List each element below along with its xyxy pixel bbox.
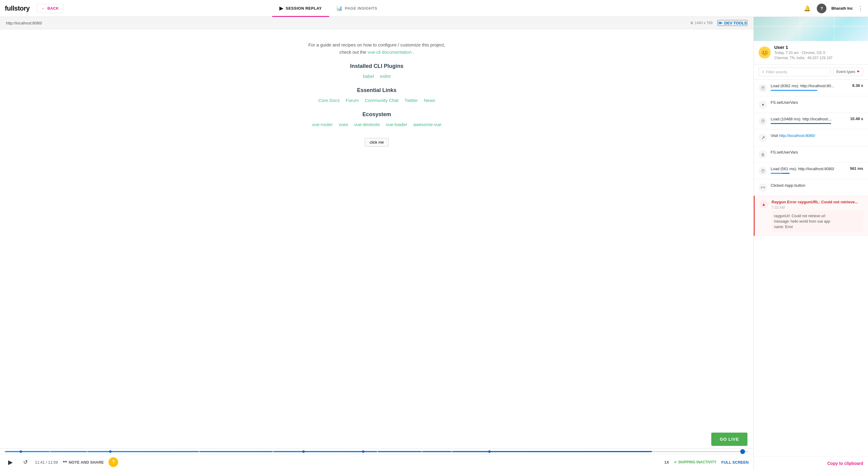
- core-docs-link[interactable]: Core Docs: [318, 98, 340, 103]
- url-text: http://localhost:8080/: [6, 21, 42, 25]
- url-bar: http://localhost:8080/ 🖥 1440 x 789 ≫ DE…: [0, 17, 753, 29]
- nav-right: 🔔 ? Bharath Inc ⋮: [802, 4, 863, 13]
- event-item-error[interactable]: ▲ Raygun Error raygunURL: Could not retr…: [754, 196, 868, 236]
- speed-badge[interactable]: 1X: [664, 460, 669, 465]
- event-item-setuservars2[interactable]: {} FS.setUserVars: [754, 146, 868, 163]
- skip-inactivity-badge: ✔ SKIPPING INACTIVITY: [674, 460, 716, 464]
- intro-text2: check out the: [339, 50, 366, 55]
- right-panel: 😊 User 1 Today, 7:20 am · Chrome, OS X ·…: [753, 17, 868, 470]
- nav-tabs: ▶ SESSION REPLAY 📊 PAGE INSIGHTS: [272, 0, 384, 17]
- section-essential-links-title: Essential Links: [357, 87, 396, 93]
- filter-bar: ≡ Filter events Event types ⚑: [754, 64, 868, 80]
- vue-devtools-link[interactable]: vue-devtools: [354, 122, 380, 127]
- url-bar-right: 🖥 1440 x 789 ≫ DEV TOOLS: [690, 20, 747, 26]
- event-item-click[interactable]: ✕✕ Clicked #app button: [754, 179, 868, 196]
- tab-page-insights[interactable]: 📊 PAGE INSIGHTS: [329, 0, 384, 17]
- map-background: [754, 17, 868, 41]
- tab-page-insights-label: PAGE INSIGHTS: [345, 6, 377, 10]
- timeline-controls: ▶ ↺ 11:41 / 11:59 ❝❝ NOTE AND SHARE ? 1X…: [0, 454, 753, 470]
- event-content-setuservars2: FS.setUserVars: [771, 150, 863, 155]
- event-item-load1[interactable]: ⏱ Load (8362 ms): http://localhost:80...…: [754, 80, 868, 96]
- tab-session-replay[interactable]: ▶ SESSION REPLAY: [272, 0, 329, 17]
- dev-tools-button[interactable]: ≫ DEV TOOLS: [717, 20, 747, 26]
- vue-cli-doc-link[interactable]: vue-cli documentation: [368, 50, 412, 55]
- timeline-progress: [5, 451, 652, 452]
- time-display: 11:41 / 11:59: [35, 460, 58, 465]
- replay-panel: http://localhost:8080/ 🖥 1440 x 789 ≫ DE…: [0, 17, 753, 470]
- dev-tools-icon: ≫: [718, 21, 722, 25]
- events-list: ⏱ Load (8362 ms): http://localhost:80...…: [754, 80, 868, 457]
- event-error-body: raygunUrl: Could not retrieve url messag…: [772, 211, 863, 232]
- help-button[interactable]: ?: [817, 4, 827, 13]
- section-cli-plugins-title: Installed CLI Plugins: [350, 63, 403, 69]
- forum-link[interactable]: Forum: [346, 98, 359, 103]
- awesome-vue-link[interactable]: awesome-vue: [413, 122, 441, 127]
- event-types-label: Event types: [836, 70, 855, 74]
- news-link[interactable]: News: [424, 98, 435, 103]
- event-title-load2: Load (10488 ms): http://localhost:...: [771, 116, 846, 122]
- error-body2: message: hello world from vue app: [774, 219, 830, 224]
- visit-url[interactable]: http://localhost:8080/: [779, 133, 815, 138]
- vue-router-link[interactable]: vue-router: [312, 122, 333, 127]
- go-live-button[interactable]: GO LIVE: [711, 433, 747, 446]
- eslint-link[interactable]: eslint: [380, 74, 391, 79]
- user-meta: Today, 7:20 am · Chrome, OS X · Chennai,…: [774, 50, 832, 61]
- event-content-setuservars1: FS.setUserVars: [771, 100, 863, 105]
- event-title-setuservars2: FS.setUserVars: [771, 150, 863, 155]
- play-button[interactable]: ▶: [5, 457, 16, 468]
- event-icon-load2: ⏱: [758, 117, 767, 125]
- event-icon-load3: ⏱: [758, 167, 767, 175]
- top-nav: fullstory ← BACK ▶ SESSION REPLAY 📊 PAGE…: [0, 0, 868, 17]
- event-icon-click: ✕✕: [758, 183, 767, 192]
- event-item-load3[interactable]: ⏱ Load (561 ms): http://localhost:8080/ …: [754, 163, 868, 179]
- event-item-visit[interactable]: ↗ Visit http://localhost:8080/: [754, 129, 868, 146]
- event-title-load1: Load (8362 ms): http://localhost:80...: [771, 83, 849, 89]
- community-chat-link[interactable]: Community Chat: [365, 98, 398, 103]
- notification-button[interactable]: 🔔: [802, 4, 812, 13]
- event-icon-setuservars2: {}: [758, 150, 767, 159]
- back-arrow-icon: ←: [41, 6, 45, 11]
- kebab-menu-icon[interactable]: ⋮: [858, 5, 863, 12]
- event-types-button[interactable]: Event types ⚑: [833, 67, 863, 76]
- event-item-setuservars1[interactable]: ▾ FS.setUserVars: [754, 96, 868, 113]
- event-duration-load2: 10.48 s: [850, 116, 863, 121]
- event-time-error: 7:32 AM: [772, 205, 863, 210]
- user-avatar: 😊: [758, 47, 771, 59]
- logo: fullstory: [5, 4, 30, 12]
- filter-input-container[interactable]: ≡ Filter events: [758, 67, 831, 76]
- vuex-link[interactable]: vuex: [339, 122, 348, 127]
- copy-to-clipboard-button[interactable]: Copy to clipboard: [827, 461, 863, 466]
- page-content-area: For a guide and recipes on how to config…: [0, 29, 753, 448]
- twitter-link[interactable]: Twitter: [404, 98, 418, 103]
- event-icon-load1: ⏱: [758, 84, 767, 92]
- user-header: 😊 User 1 Today, 7:20 am · Chrome, OS X ·…: [754, 41, 868, 64]
- page-intro: For a guide and recipes on how to config…: [308, 41, 445, 56]
- timeline-track[interactable]: [5, 451, 749, 452]
- user-label[interactable]: Bharath Inc: [831, 6, 853, 10]
- help-bubble[interactable]: ?: [108, 457, 118, 467]
- event-content-click: Clicked #app button: [771, 183, 863, 188]
- click-me-button[interactable]: click me: [365, 138, 389, 147]
- back-label: BACK: [47, 6, 59, 10]
- fullscreen-button[interactable]: FULL SCREEN: [721, 460, 749, 465]
- event-content-load1: Load (8362 ms): http://localhost:80...: [771, 83, 849, 91]
- monitor-icon: 🖥: [690, 21, 693, 25]
- error-body1: raygunUrl: Could not retrieve url: [774, 214, 825, 218]
- filter-search-icon: ≡: [762, 70, 764, 74]
- ecosystem-links-group: vue-router vuex vue-devtools vue-loader …: [312, 122, 441, 127]
- event-bar-load2: [771, 123, 831, 124]
- back-button[interactable]: ← BACK: [37, 4, 63, 13]
- event-title-load3: Load (561 ms): http://localhost:8080/: [771, 166, 846, 172]
- event-content-visit: Visit http://localhost:8080/: [771, 133, 863, 139]
- intro-text: For a guide and recipes on how to config…: [308, 42, 445, 47]
- replay-button[interactable]: ↺: [21, 457, 30, 467]
- play-icon: ▶: [279, 5, 283, 11]
- event-bar-load1: [771, 90, 817, 91]
- note-share-button[interactable]: ❝❝ NOTE AND SHARE: [63, 460, 104, 465]
- babel-link[interactable]: babel: [363, 74, 374, 79]
- copy-to-clipboard-container: Copy to clipboard: [754, 457, 868, 470]
- vue-loader-link[interactable]: vue-loader: [386, 122, 407, 127]
- event-item-load2[interactable]: ⏱ Load (10488 ms): http://localhost:... …: [754, 113, 868, 129]
- event-title-error: Raygun Error raygunURL: Could not retrie…: [772, 199, 863, 205]
- error-body3: name: Error: [774, 225, 793, 229]
